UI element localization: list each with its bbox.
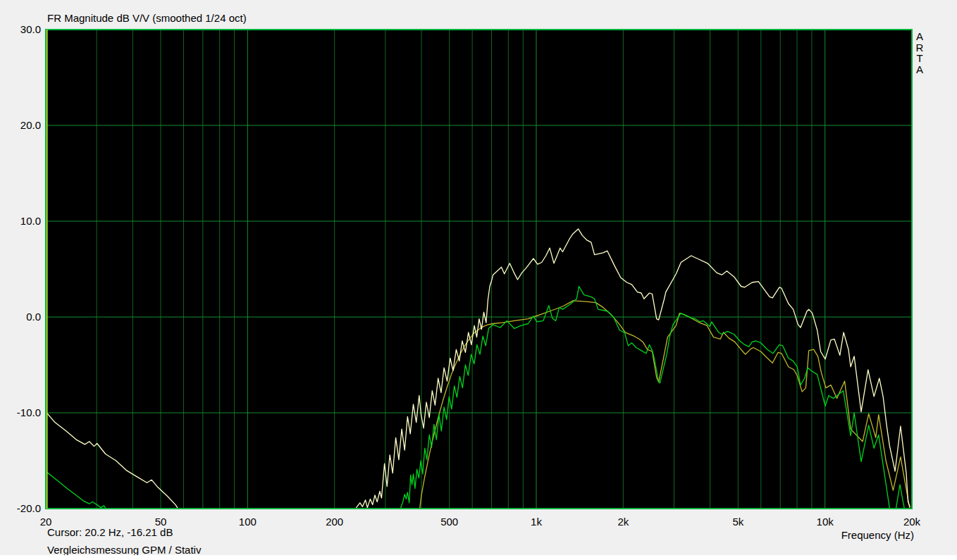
plot-background <box>45 29 913 509</box>
y-tick-label: 0.0 <box>0 311 41 323</box>
x-tick-label: 2k <box>602 516 644 528</box>
y-tick-label: 20.0 <box>0 120 41 131</box>
cursor-readout: Cursor: 20.2 Hz, -16.21 dB <box>47 526 173 538</box>
x-tick-label: 100 <box>226 516 268 528</box>
window-bottom-edge <box>0 555 957 560</box>
x-tick-label: 20k <box>891 516 933 528</box>
x-tick-label: 200 <box>314 516 356 528</box>
fr-magnitude-plot[interactable] <box>45 29 913 509</box>
y-tick-label: -20.0 <box>0 503 41 514</box>
x-tick-label: 1k <box>515 516 557 528</box>
x-tick-label: 500 <box>428 516 471 528</box>
y-tick-label: 30.0 <box>0 24 41 35</box>
y-tick-label: 10.0 <box>0 216 41 227</box>
measurement-label: Vergleichsmessung GPM / Stativ <box>47 544 201 556</box>
x-tick-label: 10k <box>804 516 846 528</box>
x-tick-label: 5k <box>717 516 759 528</box>
x-axis-title: Frequency (Hz) <box>841 529 914 541</box>
y-tick-label: -10.0 <box>0 407 41 418</box>
plot-title: FR Magnitude dB V/V (smoothed 1/24 oct) <box>47 12 247 24</box>
arta-watermark: A R T A <box>915 31 925 75</box>
